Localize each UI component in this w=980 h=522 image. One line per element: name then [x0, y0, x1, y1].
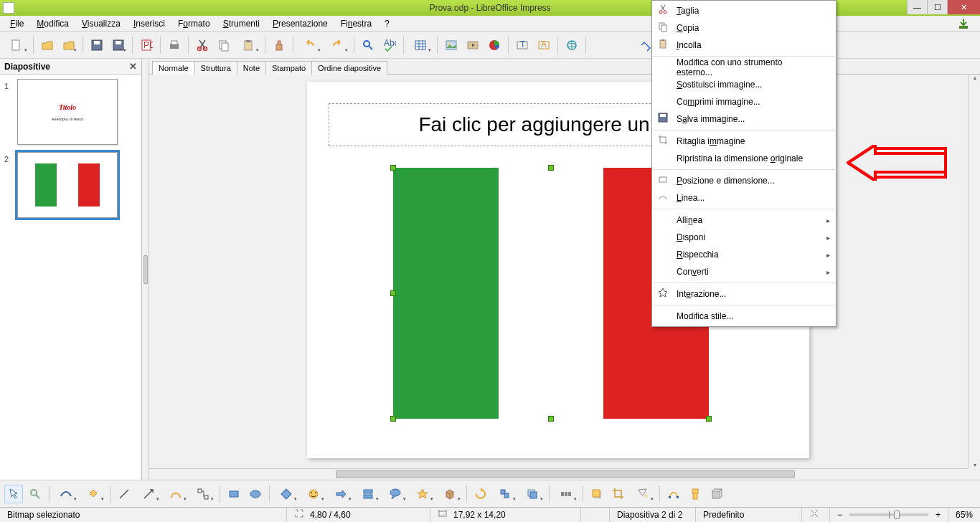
distribute-tool[interactable] — [554, 485, 578, 503]
menu-presentazione[interactable]: Presentazione — [267, 17, 334, 30]
slide-panel-close-icon[interactable]: ✕ — [129, 61, 137, 72]
ctx-modifica-stile[interactable]: Modifica stile... — [652, 308, 836, 325]
menu-file[interactable]: File — [4, 17, 29, 30]
ctx-sostituisci[interactable]: Sostituisci immagine... — [652, 76, 836, 93]
ctx-posizione[interactable]: Posizione e dimensione... — [652, 172, 836, 189]
redo-button[interactable] — [325, 36, 349, 54]
crop-tool[interactable] — [609, 485, 628, 503]
splitter[interactable] — [142, 59, 149, 480]
shadow-tool[interactable] — [588, 485, 606, 503]
new-button[interactable] — [4, 36, 29, 54]
ctx-incolla[interactable]: Incolla — [652, 37, 836, 54]
zoom-slider[interactable] — [849, 513, 928, 516]
slide-thumbnail[interactable]: Titolo esempio di testo — [17, 79, 118, 145]
ctx-copia[interactable]: Copia — [652, 19, 836, 37]
connector-tool[interactable] — [191, 485, 215, 503]
scrollbar-thumb[interactable] — [336, 470, 795, 478]
zoom-in-button[interactable]: + — [936, 510, 941, 520]
ctx-ritaglia[interactable]: Ritaglia immagine — [652, 133, 836, 150]
menu-strumenti[interactable]: Strumenti — [217, 17, 265, 30]
block-arrows-tool[interactable] — [329, 485, 353, 503]
ctx-modifica-esterno[interactable]: Modifica con uno strumento esterno... — [652, 59, 836, 76]
ctx-rispecchia[interactable]: Rispecchia — [652, 246, 836, 263]
points-tool[interactable] — [664, 485, 683, 503]
line-tool[interactable] — [115, 485, 133, 503]
print-button[interactable] — [165, 36, 184, 54]
status-signature[interactable] — [581, 508, 610, 522]
paste-button[interactable] — [236, 36, 260, 54]
arrange-tool[interactable] — [520, 485, 545, 503]
zoom-percent[interactable]: 65% — [948, 508, 980, 522]
ctx-disponi[interactable]: Disponi — [652, 229, 836, 246]
callouts-tool[interactable] — [383, 485, 407, 503]
ctx-linea[interactable]: Linea... — [652, 189, 836, 207]
open-recent-button[interactable] — [60, 36, 78, 54]
tab-struttura[interactable]: Struttura — [194, 61, 237, 75]
align-tool[interactable] — [493, 485, 517, 503]
filter-tool[interactable] — [631, 485, 655, 503]
menu-inserisci[interactable]: Inserisci — [128, 17, 171, 30]
extrusion-tool[interactable] — [707, 485, 726, 503]
slide-thumbnail-selected[interactable] — [17, 152, 118, 218]
hyperlink-button[interactable] — [562, 36, 581, 54]
ctx-interazione[interactable]: Interazione... — [652, 285, 836, 303]
textbox-button[interactable]: T — [513, 36, 532, 54]
maximize-button[interactable]: ☐ — [927, 0, 947, 14]
horizontal-scrollbar[interactable] — [149, 468, 969, 480]
zoom-tool[interactable] — [26, 485, 44, 503]
menu-formato[interactable]: Formato — [172, 17, 216, 30]
minimize-button[interactable]: — — [907, 0, 927, 14]
table-button[interactable] — [408, 36, 433, 54]
save-button[interactable] — [88, 36, 106, 54]
save-as-button[interactable] — [109, 36, 128, 54]
ctx-taglia[interactable]: Taglia — [652, 2, 836, 19]
rectangle-tool[interactable] — [225, 485, 243, 503]
export-pdf-button[interactable]: PDF — [137, 36, 156, 54]
zoom-slider-handle[interactable] — [894, 511, 900, 519]
flowchart-tool[interactable] — [356, 485, 380, 503]
open-button[interactable] — [38, 36, 57, 54]
download-update-icon[interactable] — [957, 17, 970, 30]
tab-ordine[interactable]: Ordine diapositive — [311, 61, 387, 75]
stars-tool[interactable] — [410, 485, 435, 503]
slide-thumb[interactable]: 2 — [4, 152, 137, 218]
fill-color-tool[interactable] — [81, 485, 105, 503]
arrow-line-tool[interactable] — [136, 485, 161, 503]
menu-aiuto[interactable]: ? — [379, 17, 395, 30]
selection-handle[interactable] — [548, 416, 554, 422]
tab-stampato[interactable]: Stampato — [265, 61, 312, 75]
slide-list[interactable]: 1 Titolo esempio di testo 2 — [0, 75, 141, 480]
insert-media-button[interactable] — [463, 36, 482, 54]
close-button[interactable]: ✕ — [947, 0, 980, 14]
selection-handle[interactable] — [706, 416, 712, 422]
selection-handle[interactable] — [390, 416, 396, 422]
spellcheck-button[interactable]: Abc — [380, 36, 399, 54]
ctx-ripristina[interactable]: Ripristina la dimensione originale — [652, 150, 836, 167]
insert-image-button[interactable] — [442, 36, 461, 54]
symbol-shapes-tool[interactable] — [301, 485, 326, 503]
status-fit-button[interactable] — [802, 508, 830, 522]
canvas-area[interactable]: Fai clic per aggiungere un titolo — [149, 75, 980, 480]
undo-button[interactable] — [298, 36, 322, 54]
fontwork-button[interactable]: A — [534, 36, 553, 54]
slide-thumb[interactable]: 1 Titolo esempio di testo — [4, 79, 137, 145]
menu-finestra[interactable]: Finestra — [335, 17, 377, 30]
line-color-tool[interactable] — [54, 485, 78, 503]
tab-note[interactable]: Note — [237, 61, 266, 75]
clone-formatting-button[interactable] — [270, 36, 288, 54]
selection-handle[interactable] — [548, 165, 554, 171]
copy-button[interactable] — [215, 36, 233, 54]
status-master[interactable]: Predefinito — [696, 508, 802, 522]
ctx-comprimi[interactable]: Comprimi immagine... — [652, 93, 836, 110]
select-tool[interactable] — [4, 485, 23, 503]
3d-tool[interactable] — [438, 485, 462, 503]
selection-handle[interactable] — [390, 165, 396, 171]
vertical-scrollbar[interactable] — [969, 75, 980, 468]
tab-normale[interactable]: Normale — [152, 61, 195, 75]
selection-handle[interactable] — [390, 290, 396, 296]
glue-tool[interactable] — [686, 485, 705, 503]
ellipse-tool[interactable] — [246, 485, 265, 503]
menu-visualizza[interactable]: Visualizza — [76, 17, 126, 30]
cut-button[interactable] — [193, 36, 212, 54]
menu-modifica[interactable]: Modifica — [31, 17, 75, 30]
